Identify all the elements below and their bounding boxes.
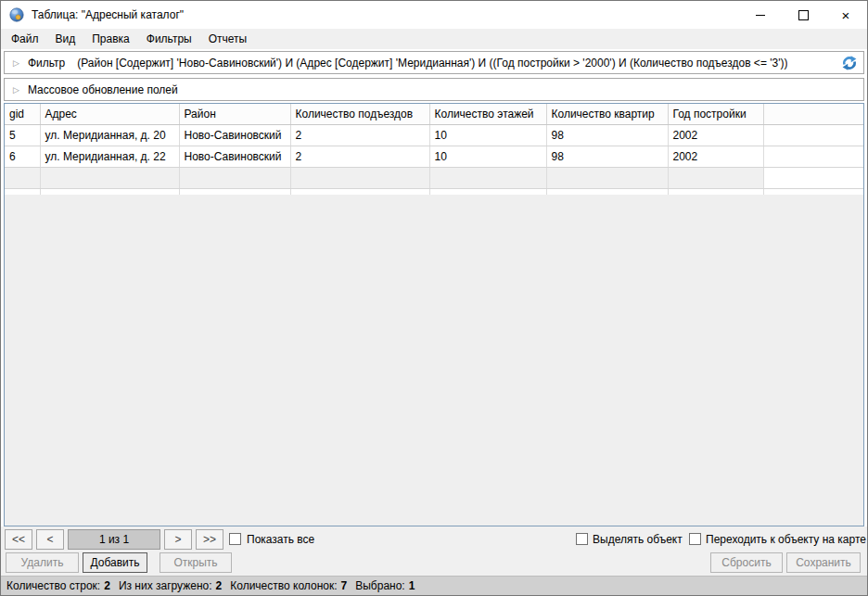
table-cell[interactable]: 2002: [668, 146, 763, 168]
table-header-row: gid Адрес Район Количество подъездов Кол…: [5, 104, 863, 125]
status-loaded-label: Из них загружено:: [119, 579, 212, 592]
filter-expression: (Район [Содержит] 'Ново-Савиновский') И …: [77, 57, 787, 70]
table-cell[interactable]: Ново-Савиновский: [179, 125, 290, 146]
filter-label: Фильтр: [28, 57, 65, 70]
status-columns-value: 7: [341, 579, 348, 592]
column-header-year[interactable]: Год постройки: [668, 104, 763, 125]
mass-update-label: Массовое обновление полей: [28, 83, 178, 96]
table-cell[interactable]: 10: [429, 146, 546, 168]
filter-expander[interactable]: ▷ Фильтр (Район [Содержит] 'Ново-Савинов…: [4, 51, 864, 74]
refresh-filter-button[interactable]: [841, 55, 858, 71]
table-cell[interactable]: Ново-Савиновский: [179, 146, 290, 168]
window-controls: ×: [739, 1, 867, 29]
highlight-object-checkbox[interactable]: [576, 533, 588, 545]
table-cell[interactable]: [763, 125, 863, 146]
status-columns-label: Количество колонок:: [230, 579, 337, 592]
table-cell[interactable]: [763, 146, 863, 168]
table-cell[interactable]: ул. Меридианная, д. 22: [40, 146, 179, 168]
goto-object-label[interactable]: Переходить к объекту на карте: [706, 529, 866, 550]
table-cell[interactable]: 2: [290, 125, 429, 146]
table-cell[interactable]: ул. Меридианная, д. 20: [40, 125, 179, 146]
app-window: Таблица: "Адресный каталог" × Файл Вид П…: [0, 0, 868, 596]
menu-item-file[interactable]: Файл: [3, 29, 47, 49]
show-all-checkbox[interactable]: [229, 533, 241, 545]
menu-item-edit[interactable]: Правка: [83, 29, 138, 49]
status-loaded-value: 2: [216, 579, 223, 592]
table-row[interactable]: 5 ул. Меридианная, д. 20 Ново-Савиновски…: [5, 125, 863, 146]
table-cell[interactable]: 98: [546, 125, 668, 146]
column-header-apartments[interactable]: Количество квартир: [546, 104, 668, 125]
table-row[interactable]: 6 ул. Меридианная, д. 22 Ново-Савиновски…: [5, 146, 863, 168]
menu-item-reports[interactable]: Отчеты: [200, 29, 255, 49]
reset-button[interactable]: Сбросить: [710, 552, 783, 573]
table-cell[interactable]: 5: [5, 125, 40, 146]
table-cell[interactable]: 10: [429, 125, 546, 146]
mass-update-expander[interactable]: ▷ Массовое обновление полей: [4, 78, 864, 101]
table-cell[interactable]: 98: [546, 146, 668, 168]
titlebar: Таблица: "Адресный каталог" ×: [1, 1, 867, 29]
minimize-button[interactable]: [739, 1, 782, 29]
expander-arrow-icon: ▷: [13, 58, 19, 68]
menubar: Файл Вид Правка Фильтры Отчеты: [1, 29, 867, 49]
save-button[interactable]: Сохранить: [786, 552, 861, 573]
address-table: gid Адрес Район Количество подъездов Кол…: [4, 103, 864, 526]
menu-item-filters[interactable]: Фильтры: [138, 29, 200, 49]
next-page-button[interactable]: >: [164, 529, 192, 550]
column-header-address[interactable]: Адрес: [40, 104, 179, 125]
maximize-icon: [798, 10, 809, 20]
status-selected-label: Выбрано:: [355, 579, 404, 592]
menu-item-view[interactable]: Вид: [47, 29, 84, 49]
prev-page-button[interactable]: <: [36, 529, 64, 550]
status-bar: Количество строк: 2 Из них загружено: 2 …: [1, 576, 867, 595]
first-page-button[interactable]: <<: [5, 529, 32, 550]
table-cell[interactable]: 6: [5, 146, 40, 168]
column-header-floors[interactable]: Количество этажей: [429, 104, 546, 125]
column-header-district[interactable]: Район: [179, 104, 290, 125]
close-icon: ×: [842, 8, 850, 22]
close-button[interactable]: ×: [824, 1, 867, 29]
status-selected-value: 1: [409, 579, 415, 592]
add-button[interactable]: Добавить: [83, 552, 147, 573]
goto-object-checkbox[interactable]: [689, 533, 701, 545]
status-rows-label: Количество строк:: [6, 579, 100, 592]
window-title: Таблица: "Адресный каталог": [32, 8, 184, 21]
show-all-label[interactable]: Показать все: [247, 529, 314, 550]
globe-app-icon: [9, 7, 24, 22]
column-header-gid[interactable]: gid: [5, 104, 40, 125]
highlight-object-label[interactable]: Выделять объект: [593, 529, 683, 550]
column-header-entrances[interactable]: Количество подъездов: [290, 104, 429, 125]
last-page-button[interactable]: >>: [196, 529, 223, 550]
page-indicator: 1 из 1: [68, 529, 160, 550]
status-rows-value: 2: [104, 579, 110, 592]
new-row-placeholder[interactable]: [5, 168, 863, 189]
open-button[interactable]: Открыть: [160, 552, 232, 573]
delete-button[interactable]: Удалить: [6, 552, 79, 573]
expander-arrow-icon: ▷: [13, 85, 19, 95]
column-header-extra[interactable]: [763, 104, 863, 125]
table-cell[interactable]: 2002: [668, 125, 763, 146]
empty-row-strip: [5, 189, 863, 196]
table-cell[interactable]: 2: [290, 146, 429, 168]
bottom-controls: << < 1 из 1 > >> Показать все Выделять о…: [1, 526, 867, 576]
maximize-button[interactable]: [782, 1, 824, 29]
minimize-icon: [756, 15, 765, 16]
